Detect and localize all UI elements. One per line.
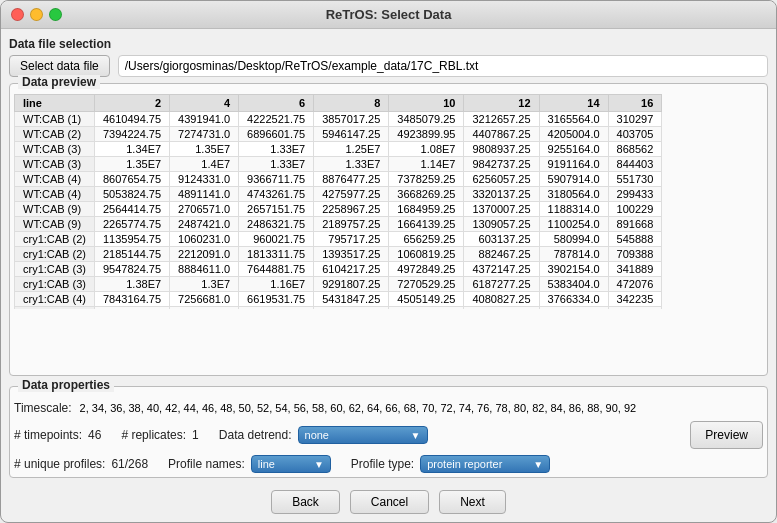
props-row-2: # timepoints: 46 # replicates: 1 Data de… [14, 421, 763, 449]
timescale-label: Timescale: [14, 401, 72, 415]
table-cell: 1100254.0 [539, 217, 608, 232]
maximize-button[interactable] [49, 8, 62, 21]
table-row-label: WT:CAB (1) [15, 112, 95, 127]
table-cell: 3212657.25 [464, 112, 539, 127]
timescale-value: 2, 34, 36, 38, 40, 42, 44, 46, 48, 50, 5… [80, 402, 763, 414]
table-cell: 9255164.0 [539, 142, 608, 157]
table-column-header: 14 [539, 95, 608, 112]
table-cell: 4923899.95 [389, 127, 464, 142]
table-row: cry1:CAB (4)1.23E71.1E79472011.757169687… [15, 307, 662, 310]
data-properties-label: Data properties [18, 378, 114, 392]
table-cell: 1135954.75 [94, 232, 169, 247]
table-cell: 7644881.75 [239, 262, 314, 277]
table-cell: 1060819.25 [389, 247, 464, 262]
profile-names-value: line [258, 458, 275, 470]
close-button[interactable] [11, 8, 24, 21]
table-cell: 7169687.25 [314, 307, 389, 310]
table-cell: 9842737.25 [464, 157, 539, 172]
table-cell: 4610494.75 [94, 112, 169, 127]
table-cell: 1.35E7 [170, 142, 239, 157]
table-column-header: line [15, 95, 95, 112]
table-cell: 9291807.25 [314, 277, 389, 292]
file-selection-row: Select data file [9, 55, 768, 77]
table-cell: 6187277.25 [464, 277, 539, 292]
table-cell: 3485079.25 [389, 112, 464, 127]
timepoints-value: 46 [88, 428, 101, 442]
data-table: line246810121416 WT:CAB (1)4610494.75439… [14, 94, 662, 309]
select-data-file-button[interactable]: Select data file [9, 55, 110, 77]
table-cell: 868562 [608, 142, 662, 157]
table-cell: 603137.25 [464, 232, 539, 247]
profile-type-select[interactable]: protein reporter ▼ [420, 455, 550, 473]
table-row-label: WT:CAB (4) [15, 172, 95, 187]
table-cell: 795717.25 [314, 232, 389, 247]
table-cell: 4743261.75 [239, 187, 314, 202]
table-row: WT:CAB (9)2564414.752706571.02657151.752… [15, 202, 662, 217]
table-cell: 3857017.25 [314, 112, 389, 127]
table-cell: 2564414.75 [94, 202, 169, 217]
titlebar: ReTrOS: Select Data [1, 1, 776, 29]
table-cell: 9547824.75 [94, 262, 169, 277]
profile-names-label: Profile names: [168, 457, 245, 471]
data-preview-label: Data preview [18, 75, 100, 89]
table-cell: 2486321.75 [239, 217, 314, 232]
replicates-label: # replicates: [121, 428, 186, 442]
file-selection-section: Data file selection Select data file [9, 37, 768, 77]
table-row-label: WT:CAB (9) [15, 217, 95, 232]
table-cell: 545888 [608, 232, 662, 247]
table-cell: 3360764.0 [539, 307, 608, 310]
table-cell: 9191164.0 [539, 157, 608, 172]
preview-button[interactable]: Preview [690, 421, 763, 449]
table-cell: 4080827.25 [464, 292, 539, 307]
data-detrend-select[interactable]: none ▼ [298, 426, 428, 444]
table-cell: 1.33E7 [314, 157, 389, 172]
table-cell: 9124331.0 [170, 172, 239, 187]
unique-profiles-label: # unique profiles: [14, 457, 105, 471]
table-row-label: cry1:CAB (3) [15, 262, 95, 277]
table-cell: 1.14E7 [389, 157, 464, 172]
cancel-button[interactable]: Cancel [350, 490, 429, 514]
table-cell: 5946147.25 [314, 127, 389, 142]
table-row: cry1:CAB (2)1135954.751060231.0960021.75… [15, 232, 662, 247]
table-column-header: 10 [389, 95, 464, 112]
detrend-dropdown-arrow: ▼ [411, 430, 421, 441]
table-cell: 709388 [608, 247, 662, 262]
table-cell: 1.08E7 [389, 142, 464, 157]
table-cell: 100229 [608, 202, 662, 217]
table-cell: 1.4E7 [170, 157, 239, 172]
table-cell: 9808937.25 [464, 142, 539, 157]
profile-type-dropdown-arrow: ▼ [533, 459, 543, 470]
table-cell: 342235 [608, 292, 662, 307]
table-row-label: cry1:CAB (2) [15, 232, 95, 247]
file-path-input[interactable] [118, 55, 768, 77]
profile-names-dropdown-arrow: ▼ [314, 459, 324, 470]
data-preview-section: Data preview line246810121416 WT:CAB (1)… [9, 83, 768, 376]
table-column-header: 8 [314, 95, 389, 112]
table-cell: 4891141.0 [170, 187, 239, 202]
table-cell: 7378259.25 [389, 172, 464, 187]
data-table-container[interactable]: line246810121416 WT:CAB (1)4610494.75439… [14, 94, 763, 309]
table-cell: 1188314.0 [539, 202, 608, 217]
table-cell: 1.38E7 [94, 277, 169, 292]
minimize-button[interactable] [30, 8, 43, 21]
back-button[interactable]: Back [271, 490, 340, 514]
window-title: ReTrOS: Select Data [326, 7, 452, 22]
profile-names-select[interactable]: line ▼ [251, 455, 331, 473]
table-cell: 1060231.0 [170, 232, 239, 247]
table-cell: 2185144.75 [94, 247, 169, 262]
table-cell: 3902154.0 [539, 262, 608, 277]
next-button[interactable]: Next [439, 490, 506, 514]
table-cell: 8607654.75 [94, 172, 169, 187]
table-cell: 1.33E7 [239, 157, 314, 172]
unique-profiles-value: 61/268 [111, 457, 148, 471]
table-cell: 3668269.25 [389, 187, 464, 202]
table-row-label: cry1:CAB (4) [15, 307, 95, 310]
table-cell: 1309057.25 [464, 217, 539, 232]
data-properties-section: Data properties Timescale: 2, 34, 36, 38… [9, 386, 768, 478]
timepoints-label: # timepoints: [14, 428, 82, 442]
table-cell: 551730 [608, 172, 662, 187]
table-row-label: cry1:CAB (4) [15, 292, 95, 307]
table-cell: 7256681.0 [170, 292, 239, 307]
table-cell: 472076 [608, 277, 662, 292]
profile-type-value: protein reporter [427, 458, 502, 470]
